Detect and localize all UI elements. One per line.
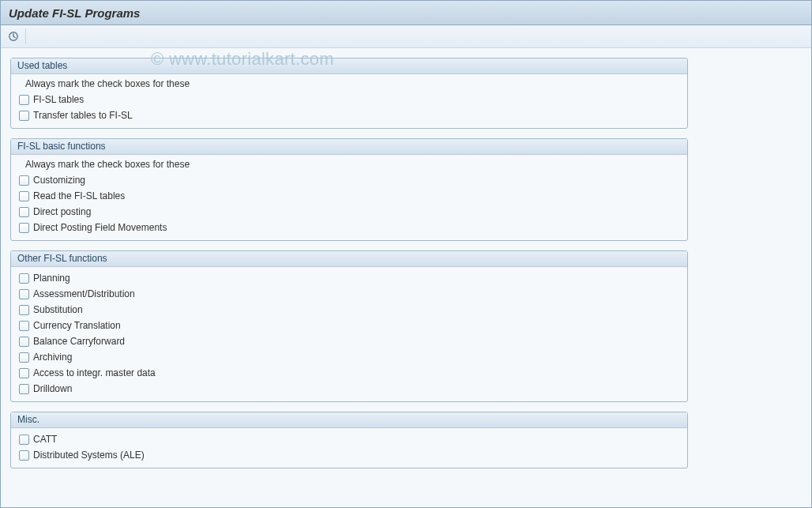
used-tables-hint: Always mark the check boxes for these (17, 77, 681, 92)
checkbox-fisl-tables[interactable] (19, 95, 29, 105)
checkbox-row-drilldown[interactable]: Drilldown (17, 381, 681, 397)
titlebar: Update FI-SL Programs (1, 1, 811, 25)
checkbox-archiving[interactable] (19, 352, 29, 363)
content-area: Used tables Always mark the check boxes … (1, 48, 811, 507)
checkbox-direct-posting-fm[interactable] (19, 223, 29, 233)
group-header-misc: Misc. (11, 412, 687, 428)
label-catt: CATT (33, 432, 57, 446)
checkbox-balance-cf[interactable] (19, 337, 29, 347)
checkbox-row-access-master[interactable]: Access to integr. master data (17, 365, 681, 381)
label-read-fisl: Read the FI-SL tables (33, 189, 125, 203)
checkbox-row-currency[interactable]: Currency Translation (17, 318, 681, 333)
group-body-used-tables: Always mark the check boxes for these FI… (11, 74, 687, 128)
label-direct-posting-fm: Direct Posting Field Movements (33, 220, 167, 235)
checkbox-row-direct-posting-fm[interactable]: Direct Posting Field Movements (17, 220, 681, 235)
checkbox-row-customizing[interactable]: Customizing (17, 172, 681, 188)
page-title: Update FI-SL Programs (9, 6, 140, 20)
group-header-other-functions: Other FI-SL functions (11, 251, 687, 267)
checkbox-row-assess-dist[interactable]: Assessment/Distribution (17, 286, 681, 302)
toolbar: © www.tutorialkart.com (1, 25, 811, 48)
basic-functions-hint: Always mark the check boxes for these (17, 158, 681, 172)
checkbox-row-archiving[interactable]: Archiving (17, 349, 681, 365)
label-assess-dist: Assessment/Distribution (33, 287, 135, 301)
checkbox-assess-dist[interactable] (19, 289, 29, 299)
label-direct-posting: Direct posting (33, 205, 91, 219)
checkbox-row-dist-systems[interactable]: Distributed Systems (ALE) (17, 447, 681, 463)
label-balance-cf: Balance Carryforward (33, 334, 125, 348)
checkbox-substitution[interactable] (19, 305, 29, 315)
sap-window: Update FI-SL Programs © www.tutorialkart… (0, 0, 812, 508)
group-basic-functions: FI-SL basic functions Always mark the ch… (10, 138, 688, 241)
checkbox-read-fisl[interactable] (19, 191, 29, 201)
toolbar-separator (25, 28, 26, 44)
checkbox-customizing[interactable] (19, 175, 29, 186)
checkbox-drilldown[interactable] (19, 384, 29, 394)
group-header-basic-functions: FI-SL basic functions (11, 139, 687, 155)
label-substitution: Substitution (33, 303, 83, 317)
checkbox-row-fisl-tables[interactable]: FI-SL tables (17, 92, 681, 107)
checkbox-access-master[interactable] (19, 368, 29, 378)
group-other-functions: Other FI-SL functions Planning Assessmen… (10, 250, 688, 402)
clock-icon (8, 31, 19, 42)
checkbox-planning[interactable] (19, 273, 29, 284)
checkbox-row-balance-cf[interactable]: Balance Carryforward (17, 333, 681, 349)
checkbox-row-planning[interactable]: Planning (17, 270, 681, 286)
group-used-tables: Used tables Always mark the check boxes … (10, 58, 688, 129)
label-dist-systems: Distributed Systems (ALE) (33, 448, 145, 462)
checkbox-transfer-tables[interactable] (19, 111, 29, 121)
label-planning: Planning (33, 271, 70, 285)
checkbox-row-direct-posting[interactable]: Direct posting (17, 204, 681, 220)
execute-button[interactable] (6, 28, 21, 44)
label-fisl-tables: FI-SL tables (33, 92, 84, 107)
label-currency: Currency Translation (33, 318, 121, 333)
label-archiving: Archiving (33, 350, 72, 364)
checkbox-direct-posting[interactable] (19, 207, 29, 217)
group-body-basic-functions: Always mark the check boxes for these Cu… (11, 155, 687, 240)
checkbox-dist-systems[interactable] (19, 450, 29, 461)
checkbox-row-catt[interactable]: CATT (17, 431, 681, 447)
checkbox-catt[interactable] (19, 435, 29, 445)
label-drilldown: Drilldown (33, 382, 72, 396)
checkbox-row-transfer-tables[interactable]: Transfer tables to FI-SL (17, 107, 681, 123)
label-customizing: Customizing (33, 173, 85, 187)
checkbox-currency[interactable] (19, 321, 29, 331)
group-body-other-functions: Planning Assessment/Distribution Substit… (11, 267, 687, 401)
group-header-used-tables: Used tables (11, 58, 687, 74)
checkbox-row-substitution[interactable]: Substitution (17, 302, 681, 318)
checkbox-row-read-fisl[interactable]: Read the FI-SL tables (17, 188, 681, 204)
group-body-misc: CATT Distributed Systems (ALE) (11, 428, 687, 468)
label-access-master: Access to integr. master data (33, 366, 156, 380)
group-misc: Misc. CATT Distributed Systems (ALE) (10, 412, 688, 468)
label-transfer-tables: Transfer tables to FI-SL (33, 108, 133, 122)
